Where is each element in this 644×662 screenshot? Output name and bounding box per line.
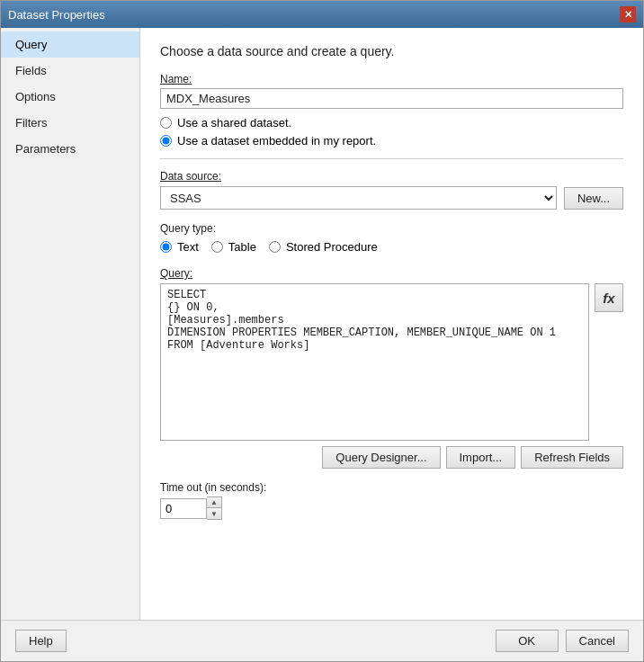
query-type-table-radio[interactable]: [211, 241, 223, 253]
name-input[interactable]: [160, 88, 623, 109]
cancel-button[interactable]: Cancel: [566, 630, 629, 652]
query-label: Query:: [160, 267, 623, 280]
query-type-table-label[interactable]: Table: [228, 240, 256, 254]
radio-embedded-label[interactable]: Use a dataset embedded in my report.: [177, 134, 376, 148]
dataset-type-group: Use a shared dataset. Use a dataset embe…: [160, 116, 623, 148]
query-type-text-label[interactable]: Text: [177, 240, 199, 254]
query-buttons-row: Query Designer... Import... Refresh Fiel…: [160, 446, 623, 469]
name-label: Name:: [160, 73, 623, 85]
page-heading: Choose a data source and create a query.: [160, 44, 623, 58]
timeout-section: Time out (in seconds): ▲ ▼: [160, 481, 623, 520]
qtype-stored-row: Stored Procedure: [269, 240, 378, 254]
sidebar-item-query[interactable]: Query: [1, 31, 139, 58]
timeout-label: Time out (in seconds):: [160, 481, 623, 494]
timeout-input-row: ▲ ▼: [160, 497, 623, 520]
timeout-spinner: ▲ ▼: [207, 497, 222, 520]
timeout-decrement-button[interactable]: ▼: [207, 508, 221, 519]
sidebar-item-options[interactable]: Options: [1, 84, 139, 110]
close-button[interactable]: ✕: [620, 6, 636, 22]
radio-embedded-row: Use a dataset embedded in my report.: [160, 134, 623, 148]
query-type-row: Text Table Stored Procedure: [160, 240, 623, 258]
sidebar-item-filters[interactable]: Filters: [1, 110, 139, 136]
radio-shared[interactable]: [160, 117, 172, 129]
dialog-body: Query Fields Options Filters Parameters …: [1, 28, 643, 620]
query-textarea[interactable]: SELECT {} ON 0, [Measures].members DIMEN…: [160, 283, 589, 441]
qtype-table-row: Table: [211, 240, 256, 254]
radio-shared-row: Use a shared dataset.: [160, 116, 623, 130]
qtype-text-row: Text: [160, 240, 199, 254]
query-type-label: Query type:: [160, 222, 623, 235]
help-button[interactable]: Help: [15, 630, 67, 652]
ok-button[interactable]: OK: [496, 630, 559, 652]
query-type-stored-label[interactable]: Stored Procedure: [286, 240, 378, 254]
radio-shared-label[interactable]: Use a shared dataset.: [177, 116, 291, 130]
sidebar-item-parameters[interactable]: Parameters: [1, 136, 139, 162]
query-section: Query: SELECT {} ON 0, [Measures].member…: [160, 267, 623, 469]
import-button[interactable]: Import...: [446, 446, 516, 469]
dialog-title: Dataset Properties: [8, 8, 105, 22]
radio-embedded[interactable]: [160, 135, 172, 147]
divider-1: [160, 158, 623, 159]
sidebar-item-fields[interactable]: Fields: [1, 58, 139, 84]
sidebar: Query Fields Options Filters Parameters: [1, 28, 140, 620]
query-designer-button[interactable]: Query Designer...: [322, 446, 440, 469]
dialog-footer: Help OK Cancel: [1, 620, 643, 661]
footer-right: OK Cancel: [496, 630, 629, 652]
query-type-text-radio[interactable]: [160, 241, 172, 253]
refresh-fields-button[interactable]: Refresh Fields: [521, 446, 623, 469]
timeout-increment-button[interactable]: ▲: [207, 497, 221, 508]
query-type-stored-radio[interactable]: [269, 241, 281, 253]
timeout-input[interactable]: [160, 498, 207, 519]
query-area-container: SELECT {} ON 0, [Measures].members DIMEN…: [160, 283, 623, 441]
datasource-row: SSAS New...: [160, 186, 623, 210]
datasource-label: Data source:: [160, 170, 623, 183]
main-content: Choose a data source and create a query.…: [140, 28, 643, 620]
datasource-select[interactable]: SSAS: [160, 186, 557, 210]
dataset-properties-dialog: Dataset Properties ✕ Query Fields Option…: [0, 0, 644, 662]
title-bar: Dataset Properties ✕: [1, 1, 643, 28]
query-type-section: Query type: Text Table Stored Procedure: [160, 222, 623, 258]
new-datasource-button[interactable]: New...: [564, 187, 623, 210]
fx-button[interactable]: fx: [595, 283, 623, 312]
